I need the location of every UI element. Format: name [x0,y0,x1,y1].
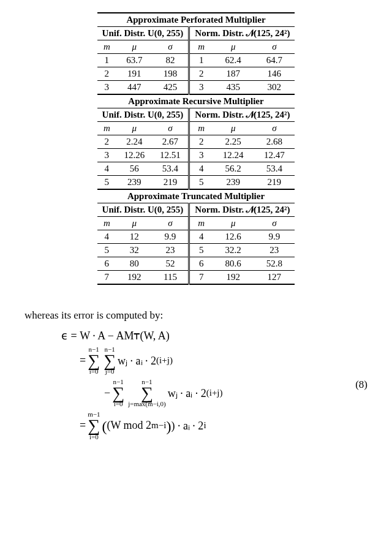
norm-dist-label: Norm. Distr. 𝒩(125, 24²) [189,27,295,40]
data-cell: 5 [189,244,213,257]
data-cell: 82 [153,54,189,67]
data-cell: 425 [153,81,189,95]
eq-sup: (i+j) [206,388,223,398]
eq-text: ) · aᵢ · 2 [171,419,203,433]
data-cell: 192 [213,271,254,285]
data-cell: 12 [116,230,152,244]
data-cell: 1 [97,54,117,67]
data-cell: 3 [97,149,117,162]
col-header: μ [116,40,152,54]
eq-sup: (i+j) [156,355,173,366]
col-header: m [189,40,213,54]
col-header: σ [254,40,295,54]
eq-text: wⱼ · aᵢ · 2 [168,387,206,400]
data-cell: 12.6 [213,230,254,244]
data-cell: 7 [189,271,213,285]
data-cell: 7 [97,271,117,285]
col-header: μ [213,122,254,135]
data-cell: 5 [189,176,213,190]
sum-symbol: n−1 ∑ i=0 [88,346,100,375]
data-cell: 4 [189,230,213,244]
eq-text: wⱼ · aᵢ · 2 [118,354,156,368]
col-header: m [97,40,117,54]
eq-sup: i [203,420,206,431]
eq-text: (W mod 2 [107,419,151,432]
data-cell: 3 [189,149,213,162]
data-cell: 62.4 [213,54,254,67]
data-cell: 239 [213,176,254,190]
data-cell: 115 [153,271,189,285]
data-cell: 1 [189,54,213,67]
data-cell: 12.51 [153,149,189,162]
sum-symbol: n−1 ∑ j=max(m−i,0) [128,379,166,407]
eq-text: = [80,419,86,432]
norm-dist-label: Norm. Distr. 𝒩(125, 24²) [189,108,295,122]
error-statistics-table: Approximate Perforated MultiplierUnif. D… [24,12,368,285]
data-cell: 127 [254,271,295,285]
data-cell: 53.4 [254,162,295,176]
equation-number: (8) [355,379,368,391]
sum-symbol: n−1 ∑ j=0 [104,346,116,375]
data-cell: 56.2 [213,162,254,176]
data-cell: 4 [189,162,213,176]
col-header: μ [213,40,254,54]
col-header: μ [116,122,152,135]
data-cell: 3 [189,81,213,95]
eq-line-3: − n−1 ∑ i=0 n−1 ∑ j=max(m−i,0) wⱼ · aᵢ ·… [24,379,223,407]
data-cell: 2.25 [213,135,254,149]
data-cell: 2 [97,67,117,81]
data-cell: 219 [254,176,295,190]
data-cell: 9.9 [254,230,295,244]
data-cell: 198 [153,67,189,81]
eq-line-2: = n−1 ∑ i=0 n−1 ∑ j=0 wⱼ · aᵢ · 2(i+j) [24,346,223,375]
paren-icon: ( [102,421,107,433]
data-cell: 9.9 [153,230,189,244]
equation-intro-text: whereas its error is computed by: [24,309,368,322]
section-title: Approximate Perforated Multiplier [97,13,295,27]
data-cell: 5 [97,176,117,190]
paren-icon: ) [166,421,171,433]
unif-dist-label: Unif. Distr. U(0, 255) [97,108,189,122]
data-cell: 52.8 [254,257,295,271]
unif-dist-label: Unif. Distr. U(0, 255) [97,203,189,217]
section-title: Approximate Truncated Multiplier [97,189,295,203]
data-cell: 6 [189,257,213,271]
data-cell: 5 [97,244,117,257]
data-cell: 53.4 [153,162,189,176]
data-cell: 63.7 [116,54,152,67]
col-header: m [97,122,117,135]
data-cell: 80.6 [213,257,254,271]
data-cell: 146 [254,67,295,81]
col-header: m [97,217,117,230]
data-cell: 435 [213,81,254,95]
eq-line-4: = m−1 ∑ i=0 ( (W mod 2m−i)) · aᵢ · 2i [24,411,223,440]
data-cell: 23 [153,244,189,257]
norm-dist-label: Norm. Distr. 𝒩(125, 24²) [189,203,295,217]
data-cell: 2.24 [116,135,152,149]
data-cell: 12.24 [213,149,254,162]
section-title: Approximate Recursive Multiplier [97,94,295,108]
equation-block: ϵ = W · A − AMᴛ(W, A) = n−1 ∑ i=0 n−1 ∑ … [24,325,368,444]
data-cell: 6 [97,257,117,271]
data-cell: 4 [97,230,117,244]
col-header: μ [213,217,254,230]
col-header: m [189,122,213,135]
data-cell: 2 [97,135,117,149]
data-cell: 239 [116,176,152,190]
eq-text: − [104,387,110,399]
eq-sup: m−i [151,420,166,431]
sum-symbol: n−1 ∑ i=0 [112,379,124,407]
data-cell: 2 [189,135,213,149]
data-cell: 192 [116,271,152,285]
data-cell: 64.7 [254,54,295,67]
data-cell: 32 [116,244,152,257]
data-cell: 2.67 [153,135,189,149]
data-cell: 4 [97,162,117,176]
data-cell: 32.2 [213,244,254,257]
eq-text: = [80,354,86,367]
data-cell: 187 [213,67,254,81]
data-cell: 80 [116,257,152,271]
col-header: μ [116,217,152,230]
data-cell: 302 [254,81,295,95]
col-header: σ [153,40,189,54]
